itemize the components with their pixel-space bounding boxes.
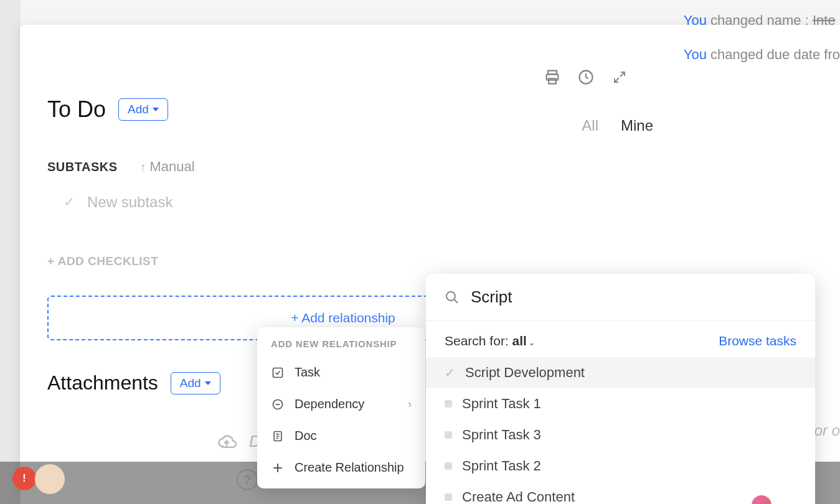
plus-icon [271, 461, 285, 475]
subtasks-header: SUBTASKS ↑ Manual [47, 159, 815, 175]
chevron-down-icon: ⌄ [528, 337, 536, 347]
search-result[interactable]: ✓ Script Development [426, 357, 815, 388]
app-sidebar-gutter [0, 0, 20, 504]
relationship-menu-doc-label: Doc [295, 429, 317, 443]
add-attachment-label: Add [180, 376, 201, 390]
new-subtask-input[interactable] [87, 194, 336, 211]
filter-mine[interactable]: Mine [621, 117, 653, 134]
new-subtask-row: ✓ [64, 194, 815, 211]
svg-point-7 [446, 292, 455, 301]
activity-action: changed due date fro [710, 47, 840, 62]
search-result[interactable]: Sprint Task 1 [426, 388, 815, 419]
add-checklist-button[interactable]: + ADD CHECKLIST [47, 254, 815, 268]
doc-icon [271, 429, 285, 443]
check-icon: ✓ [445, 365, 455, 380]
search-for-label: Search for: [445, 334, 509, 348]
add-button[interactable]: Add [118, 98, 168, 121]
topbar-icons [544, 68, 628, 86]
svg-rect-4 [273, 368, 283, 377]
expand-icon[interactable] [611, 68, 628, 86]
chevron-down-icon [205, 381, 211, 385]
search-filter-row: Search for: all⌄ Browse tasks [426, 321, 815, 357]
subtasks-sort[interactable]: ↑ Manual [140, 159, 195, 175]
search-scope-value: all [512, 334, 527, 348]
cloud-upload-icon [215, 432, 238, 451]
task-search-panel: Search for: all⌄ Browse tasks ✓ Script D… [426, 274, 815, 504]
activity-filter-tabs: All Mine [582, 117, 653, 134]
help-icon[interactable]: ? [237, 469, 258, 490]
subtasks-heading: SUBTASKS [47, 160, 118, 174]
status-bullet-icon [445, 462, 452, 470]
relationship-menu-create-label: Create Relationship [295, 460, 404, 475]
search-result[interactable]: Sprint Task 3 [426, 419, 815, 450]
filter-all[interactable]: All [582, 117, 598, 134]
subtasks-sort-label: Manual [150, 159, 195, 175]
relationship-menu-dependency[interactable]: Dependency › [257, 388, 425, 420]
arrow-up-icon: ↑ [140, 160, 146, 174]
search-result-label: Create Ad Content [462, 489, 575, 504]
relationship-menu-dependency-label: Dependency [295, 397, 364, 411]
activity-struck: Inte [813, 12, 836, 28]
search-result-label: Sprint Task 2 [462, 458, 541, 474]
search-scope[interactable]: Search for: all⌄ [445, 334, 536, 348]
relationship-menu-doc[interactable]: Doc [257, 420, 425, 452]
status-bullet-icon [445, 400, 452, 408]
task-header: To Do Add [47, 96, 815, 123]
activity-user: You [684, 47, 707, 62]
search-result-label: Sprint Task 1 [462, 396, 541, 412]
print-icon[interactable] [544, 68, 561, 86]
search-result-label: Script Development [465, 365, 585, 381]
relationship-menu-create[interactable]: Create Relationship [257, 452, 425, 483]
activity-log: You changed name : Inte You changed due … [684, 3, 840, 72]
relationship-menu-task-label: Task [295, 365, 320, 380]
chevron-down-icon [153, 108, 159, 111]
status-bullet-icon [445, 493, 452, 501]
dependency-icon [271, 398, 285, 411]
search-icon [445, 290, 460, 305]
history-icon[interactable] [577, 68, 595, 86]
notification-badge[interactable]: ! [12, 467, 36, 490]
chevron-right-icon: › [408, 398, 412, 411]
check-icon: ✓ [64, 194, 75, 210]
relationship-menu-title: ADD NEW RELATIONSHIP [257, 338, 425, 357]
add-button-label: Add [128, 103, 149, 116]
add-attachment-button[interactable]: Add [171, 372, 220, 394]
activity-entry: You changed due date fro [684, 37, 840, 72]
relationship-menu: ADD NEW RELATIONSHIP Task Dependency › D… [257, 327, 425, 488]
relationship-menu-task[interactable]: Task [257, 357, 425, 388]
browse-tasks-link[interactable]: Browse tasks [719, 334, 796, 348]
task-icon [271, 366, 285, 380]
search-input[interactable] [471, 287, 796, 307]
attachments-title: Attachments [47, 371, 158, 394]
status-title: To Do [47, 96, 106, 123]
activity-entry: You changed name : Inte [684, 3, 840, 37]
search-result-label: Sprint Task 3 [462, 427, 541, 443]
activity-user: You [684, 12, 707, 28]
search-result[interactable]: Sprint Task 2 [426, 450, 815, 482]
activity-action: changed name : [710, 12, 809, 28]
avatar[interactable] [35, 464, 65, 494]
search-input-row [426, 274, 815, 321]
status-bullet-icon [445, 431, 452, 439]
